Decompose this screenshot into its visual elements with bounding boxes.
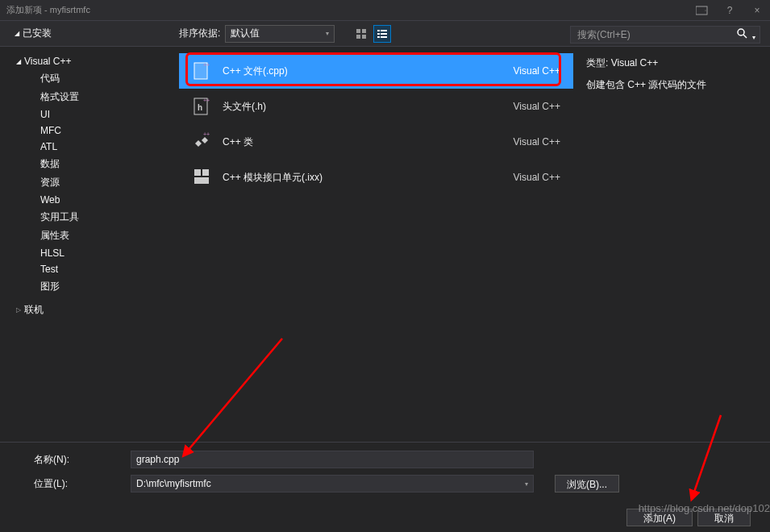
location-dropdown[interactable]: D:\mfc\myfisrtmfc ▾	[131, 475, 534, 493]
svg-text:++: ++	[203, 132, 210, 137]
sort-dropdown[interactable]: 默认值 ▾	[225, 25, 335, 43]
location-label: 位置(L):	[34, 477, 124, 491]
template-item-cpp[interactable]: ++ C++ 文件(.cpp) Visual C++	[179, 53, 573, 89]
header-file-icon: h++	[192, 97, 211, 116]
sidebar-item-resource[interactable]: 资源	[0, 173, 179, 192]
sidebar-item-ui[interactable]: UI	[0, 106, 179, 123]
svg-line-13	[743, 35, 747, 38]
svg-rect-8	[377, 33, 380, 35]
svg-rect-23	[202, 169, 209, 176]
svg-rect-7	[381, 30, 387, 31]
type-description: 创建包含 C++ 源代码的文件	[586, 78, 757, 92]
sidebar-item-hlsl[interactable]: HLSL	[0, 245, 179, 261]
svg-point-12	[738, 29, 744, 35]
svg-rect-10	[377, 36, 380, 38]
svg-rect-24	[194, 177, 209, 184]
name-input[interactable]	[131, 451, 534, 468]
svg-text:++: ++	[203, 98, 210, 103]
template-item-header[interactable]: h++ 头文件(.h) Visual C++	[179, 89, 573, 124]
toolbar: ◢ 已安装 排序依据: 默认值 ▾ 搜索(Ctrl+E) ▾	[0, 21, 770, 47]
svg-rect-9	[381, 33, 387, 35]
tablet-icon[interactable]	[696, 4, 709, 17]
template-item-class[interactable]: ++ C++ 类 Visual C++	[179, 124, 573, 160]
bottom-form: 名称(N): 位置(L): D:\mfc\myfisrtmfc ▾ 浏览(B).…	[0, 442, 770, 532]
sidebar-item-test[interactable]: Test	[0, 261, 179, 277]
name-label: 名称(N):	[34, 453, 124, 467]
sidebar-item-format[interactable]: 格式设置	[0, 88, 179, 106]
svg-rect-6	[377, 30, 380, 31]
svg-text:++: ++	[203, 62, 210, 68]
sidebar: Visual C++ 代码 格式设置 UI MFC ATL 数据 资源 Web …	[0, 47, 179, 442]
sidebar-item-graphics[interactable]: 图形	[0, 277, 179, 296]
details-panel: 类型: Visual C++ 创建包含 C++ 源代码的文件	[573, 47, 770, 442]
close-icon[interactable]: ×	[751, 4, 764, 17]
title-bar: 添加新项 - myfisrtmfc ? ×	[0, 0, 770, 21]
svg-marker-20	[202, 137, 208, 143]
sidebar-item-code[interactable]: 代码	[0, 69, 179, 88]
browse-button[interactable]: 浏览(B)...	[555, 475, 619, 493]
sidebar-item-visual-cpp[interactable]: Visual C++	[0, 53, 179, 69]
svg-rect-2	[356, 29, 360, 33]
sort-label: 排序依据:	[179, 27, 220, 40]
template-list: ++ C++ 文件(.cpp) Visual C++ h++ 头文件(.h) V…	[179, 47, 573, 442]
watermark: https://blog.csdn.net/dop102	[639, 502, 770, 514]
help-icon[interactable]: ?	[723, 4, 736, 17]
template-item-module[interactable]: C++ 模块接口单元(.ixx) Visual C++	[179, 160, 573, 195]
installed-header[interactable]: ◢ 已安装	[0, 27, 179, 40]
cpp-file-icon: ++	[192, 61, 211, 81]
view-list-icon[interactable]	[373, 25, 391, 43]
sidebar-item-atl[interactable]: ATL	[0, 139, 179, 155]
svg-rect-4	[356, 35, 360, 39]
type-label: 类型: Visual C++	[586, 56, 757, 70]
svg-rect-3	[362, 29, 366, 33]
svg-marker-19	[195, 140, 202, 147]
svg-point-1	[705, 10, 706, 10]
svg-text:h: h	[198, 103, 202, 112]
sidebar-item-web[interactable]: Web	[0, 192, 179, 208]
sidebar-item-mfc[interactable]: MFC	[0, 123, 179, 139]
svg-rect-22	[194, 169, 201, 176]
cpp-class-icon: ++	[192, 132, 211, 152]
module-icon	[192, 168, 211, 187]
sidebar-item-utility[interactable]: 实用工具	[0, 208, 179, 227]
svg-rect-11	[381, 36, 387, 38]
window-title: 添加新项 - myfisrtmfc	[6, 4, 696, 16]
svg-rect-5	[362, 35, 366, 39]
sidebar-item-property[interactable]: 属性表	[0, 227, 179, 245]
sidebar-item-data[interactable]: 数据	[0, 155, 179, 173]
view-grid-icon[interactable]	[352, 25, 370, 43]
sidebar-item-online[interactable]: 联机	[0, 301, 179, 319]
search-input[interactable]: 搜索(Ctrl+E) ▾	[570, 26, 760, 44]
search-icon[interactable]: ▾	[737, 28, 755, 42]
